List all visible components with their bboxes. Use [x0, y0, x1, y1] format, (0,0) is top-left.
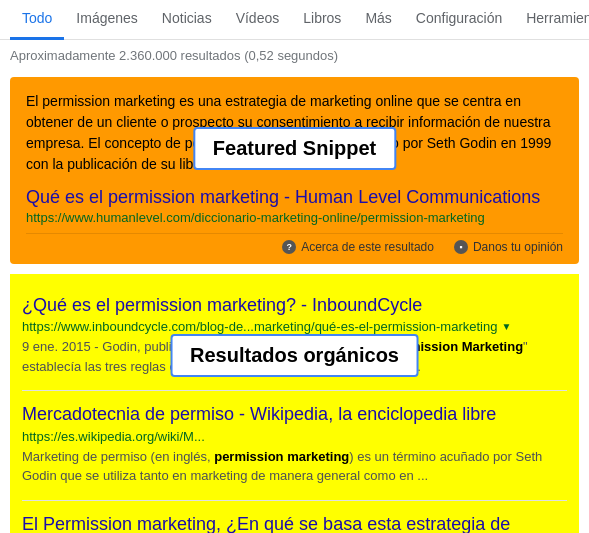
result-snippet: Marketing de permiso (en inglés, permiss…	[22, 447, 567, 486]
result-item: Mercadotecnia de permiso - Wikipedia, la…	[10, 393, 579, 495]
featured-snippet-box: El permission marketing es una estrategi…	[10, 77, 579, 264]
result-url[interactable]: https://www.inboundcycle.com/blog-de...m…	[22, 319, 567, 334]
flag-icon: ▪	[454, 240, 468, 254]
result-title[interactable]: El Permission marketing, ¿En qué se basa…	[22, 513, 567, 533]
give-opinion-button[interactable]: ▪ Danos tu opinión	[454, 240, 563, 254]
nav-item-noticias[interactable]: Noticias	[150, 0, 224, 40]
about-result-button[interactable]: ? Acerca de este resultado	[282, 240, 434, 254]
result-snippet-text: Marketing de permiso (en inglés, permiss…	[22, 449, 542, 484]
nav-item-herramientas[interactable]: Herramientas	[514, 0, 589, 40]
result-date: 9 ene. 2015	[22, 339, 91, 354]
navigation-bar: Todo Imágenes Noticias Vídeos Libros Más…	[0, 0, 589, 40]
nav-item-imagenes[interactable]: Imágenes	[64, 0, 149, 40]
result-url-text: https://es.wikipedia.org/wiki/M...	[22, 429, 205, 444]
result-url[interactable]: https://es.wikipedia.org/wiki/M...	[22, 429, 567, 444]
nav-item-libros[interactable]: Libros	[291, 0, 353, 40]
results-count: Aproximadamente 2.360.000 resultados (0,…	[0, 40, 589, 71]
result-divider	[22, 390, 567, 391]
nav-item-configuracion[interactable]: Configuración	[404, 0, 514, 40]
info-icon: ?	[282, 240, 296, 254]
opinion-label: Danos tu opinión	[473, 240, 563, 254]
result-item: El Permission marketing, ¿En qué se basa…	[10, 503, 579, 533]
result-title[interactable]: Mercadotecnia de permiso - Wikipedia, la…	[22, 403, 567, 426]
nav-item-mas[interactable]: Más	[353, 0, 403, 40]
about-result-label: Acerca de este resultado	[301, 240, 434, 254]
result-divider	[22, 500, 567, 501]
featured-snippet-url[interactable]: https://www.humanlevel.com/diccionario-m…	[26, 210, 563, 225]
organic-results-section: ¿Qué es el permission marketing? - Inbou…	[10, 274, 579, 533]
result-url-text: https://www.inboundcycle.com/blog-de...m…	[22, 319, 497, 334]
dropdown-arrow-icon[interactable]: ▼	[501, 321, 511, 332]
nav-item-todo[interactable]: Todo	[10, 0, 64, 40]
featured-snippet-footer: ? Acerca de este resultado ▪ Danos tu op…	[26, 233, 563, 254]
organic-results-label: Resultados orgánicos	[170, 334, 419, 377]
featured-snippet-title[interactable]: Qué es el permission marketing - Human L…	[26, 187, 563, 208]
result-title[interactable]: ¿Qué es el permission marketing? - Inbou…	[22, 294, 567, 317]
nav-item-videos[interactable]: Vídeos	[224, 0, 292, 40]
featured-snippet-label: Featured Snippet	[193, 127, 396, 170]
